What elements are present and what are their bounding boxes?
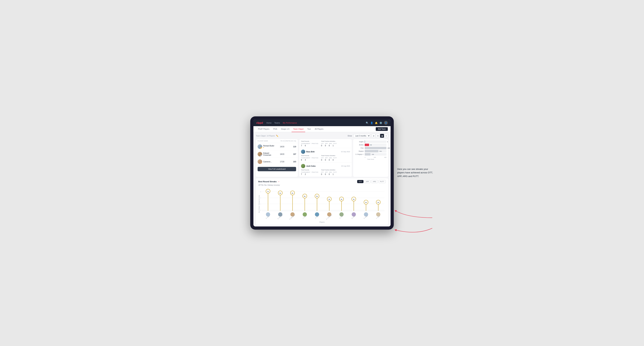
team-player-count: 14 Players (267, 135, 275, 137)
table-row[interactable]: 1 Richard Butler ♥ 19/20 110 (256, 143, 298, 151)
tablet-frame: clippd Home Teams My Performance 🔍 👤 🔔 ⚙… (250, 116, 394, 230)
card-view-btn[interactable]: ▦ (380, 134, 384, 138)
rank-badge: 2 (260, 155, 262, 156)
col-pb-score: PB SCORE (280, 140, 288, 142)
app-label: APP (325, 143, 328, 144)
time-filter-select[interactable]: Last 3 months (353, 134, 370, 138)
bar-container: 311 (365, 150, 386, 152)
lb-header: PLAYER NAME PB SCORE PB AVG SQ (256, 139, 298, 143)
add-team-button[interactable]: Add Team (376, 127, 388, 131)
player-info: 2 Edward Crossman (258, 152, 277, 156)
ott-label: OTT (321, 172, 324, 173)
rounds-stat-group: Total Rounds Tournament Practice 7 6 (301, 141, 318, 147)
filter-ott[interactable]: OTT (357, 180, 364, 183)
team-name: Team Clippd (256, 135, 266, 137)
y-axis-label: Best Streak, Fairway Accuracy (258, 187, 260, 220)
bar-container: 499 (365, 147, 386, 149)
putt-label: PUTT (334, 143, 337, 144)
practice-activities-label: Total Practice Activities (321, 155, 337, 156)
pb-score: 17/20 (277, 161, 287, 163)
subnav-team-clippd[interactable]: Team Clippd (292, 126, 305, 132)
annotation-text: Here you can see streaks your players ha… (397, 168, 433, 178)
x-axis-0: 0 (365, 157, 366, 158)
bar-label: Bogeys (355, 150, 364, 152)
ott-value: 0 (321, 145, 324, 147)
practice-stat-group: Total Practice Activities OTT APP ARG PU… (321, 141, 337, 147)
svg-text:4: 4 (260, 191, 261, 192)
avatar (301, 150, 305, 154)
grid-view-btn[interactable]: ⊞ (372, 134, 376, 138)
sub-nav: PGAT Players PGA Hcaps 1-5 Team Clippd T… (254, 126, 390, 132)
total-rounds-label: Total Rounds (301, 141, 318, 142)
practice-stat-group: Total Practice Activities OTT APP ARG PU… (321, 169, 337, 175)
pb-avg: 110 (287, 146, 296, 148)
avatar[interactable]: 👤 (384, 121, 388, 125)
player-card: Total Rounds Tournament Practice 7 6 (299, 139, 352, 148)
total-rounds-label: Total Rounds (301, 155, 318, 156)
app-label: APP (325, 172, 328, 173)
bell-icon[interactable]: 🔔 (375, 122, 378, 124)
practice-label: Practice (312, 157, 318, 159)
arg-value: 0 (329, 173, 331, 175)
streaks-section: Best Round Streaks ← OTT APP ARG PUTT Of… (256, 178, 388, 225)
nav-home[interactable]: Home (266, 121, 272, 125)
x-axis-200: 200 (374, 157, 376, 158)
filter-arg[interactable]: ARG (371, 180, 378, 183)
nav-bar: clippd Home Teams My Performance 🔍 👤 🔔 ⚙… (254, 120, 390, 126)
card-header: Rees Britt 02 Sep 2023 (301, 150, 350, 154)
chart-x-axis: 0 200 400 (355, 157, 386, 158)
streak-filter-buttons: OTT APP ARG PUTT (357, 180, 386, 183)
ott-label: OTT (321, 143, 324, 144)
nav-icons: 🔍 👤 🔔 ⚙️ 👤 (366, 121, 388, 125)
subnav-tour[interactable]: Tour (306, 126, 312, 132)
svg-text:5x: 5x (304, 195, 306, 197)
app-value: 0 (325, 159, 328, 161)
rounds-stat-group: Total Rounds Tournament Practice 7 2 (301, 169, 318, 175)
nav-teams[interactable]: Teams (274, 121, 280, 125)
view-full-leaderboard-button[interactable]: View Full Leaderboard (258, 167, 296, 171)
right-panel: Total Rounds Tournament Practice 7 6 (299, 139, 388, 177)
filter-app[interactable]: APP (364, 180, 370, 183)
subtitle-main: Off The Tee (258, 184, 266, 186)
edit-icon[interactable]: ✏️ (276, 135, 278, 137)
filter-putt[interactable]: PUTT (378, 180, 386, 183)
ott-label: OTT (321, 157, 324, 159)
bar-row-birdies: Birdies 96 (355, 144, 386, 146)
subnav-all-players[interactable]: All Players (313, 126, 325, 132)
bar-label: Eagles (355, 141, 364, 143)
subnav-pgat[interactable]: PGAT Players (256, 126, 271, 132)
practice-value: 2 (305, 173, 307, 175)
bar-row-bogeys: Bogeys 311 (355, 150, 386, 152)
settings-icon[interactable]: ⚙️ (380, 122, 382, 124)
player-name: Richard Butler (263, 145, 274, 147)
player-name: Cameron... (263, 161, 272, 163)
table-view-btn[interactable]: ≡ (384, 134, 388, 138)
list-view-btn[interactable]: ☰ (376, 134, 380, 138)
arg-label: ARG (329, 157, 332, 159)
card-date: 26 Aug 2023 (341, 165, 350, 167)
table-row[interactable]: 3 Cameron... 17/20 103 (256, 158, 298, 166)
subnav-pga[interactable]: PGA (272, 126, 279, 132)
player-card: Josh Coles 26 Aug 2023 Total Rounds Tour… (299, 163, 352, 177)
show-label: Show (348, 135, 352, 137)
streaks-title-text: Best Round Streaks (258, 180, 277, 183)
nav-my-performance[interactable]: My Performance (283, 121, 297, 125)
total-rounds-label: Total Rounds (301, 169, 318, 171)
tournament-value: 8 (301, 159, 304, 161)
search-icon[interactable]: 🔍 (366, 122, 368, 124)
app-label: APP (325, 157, 328, 159)
user-icon[interactable]: 👤 (370, 122, 373, 124)
annotation: Here you can see streaks your players ha… (397, 168, 434, 178)
bar-row-pars: Pars 499 (355, 147, 386, 149)
avatar: 1 (258, 144, 262, 149)
putt-value: 1 (333, 145, 335, 147)
arg-value: 0 (329, 159, 331, 161)
players-x-label: Players (258, 221, 386, 223)
player-name: Rees Britt (306, 151, 314, 153)
subnav-hcaps[interactable]: Hcaps 1-5 (279, 126, 291, 132)
svg-text:6x: 6x (280, 192, 281, 194)
bar-container: 96 (365, 144, 386, 146)
view-icons: ⊞ ☰ ▦ ≡ (372, 134, 388, 138)
bar-container: 3 (365, 141, 386, 143)
table-row[interactable]: 2 Edward Crossman 18/20 107 (256, 151, 298, 158)
